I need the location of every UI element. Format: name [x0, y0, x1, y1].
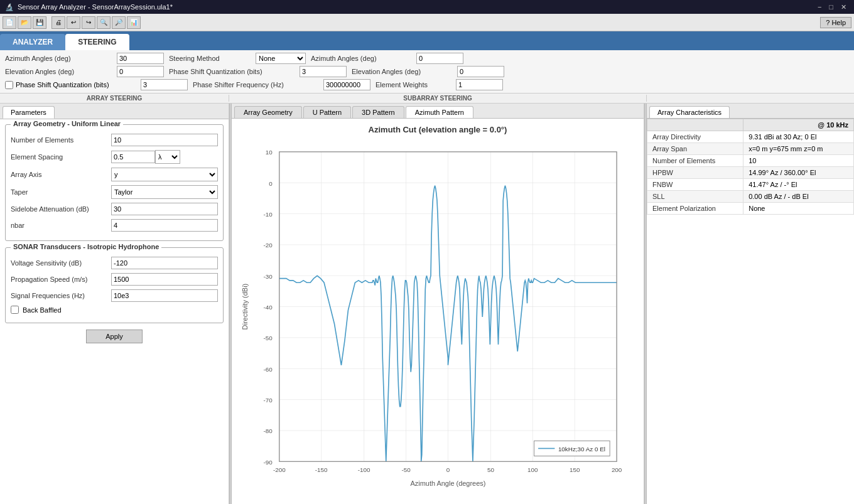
svg-text:10kHz;30 Az 0 El: 10kHz;30 Az 0 El	[558, 446, 605, 453]
plot-title: Azimuth Cut (elevation angle = 0.0°)	[369, 125, 507, 134]
steering-method-label: Steering Method	[169, 55, 251, 62]
char-name: HPBW	[647, 167, 743, 179]
svg-text:Azimuth Angle (degrees): Azimuth Angle (degrees)	[410, 480, 485, 487]
signal-frequencies-input[interactable]	[111, 289, 218, 302]
table-row: Element PolarizationNone	[647, 203, 854, 215]
plot-container: 10 0 -10 -20 -30 -40 -50 -60 -70 -80 -90…	[238, 139, 637, 504]
svg-text:-60: -60	[264, 366, 273, 373]
table-row: Array Spanx=0 m y=675 mm z=0 m	[647, 143, 854, 155]
element-weights-label: Element Weights	[376, 81, 451, 88]
left-panel-tabs: Parameters	[0, 104, 229, 119]
sub-elevation-label: Elevation Angles (deg)	[352, 68, 452, 75]
element-spacing-row: Element Spacing λ m	[11, 150, 218, 164]
taper-select[interactable]: Taylor None Chebyshev	[111, 185, 218, 199]
params-row-2: Elevation Angles (deg) Phase Shift Quant…	[5, 66, 849, 77]
sub-azimuth-input[interactable]	[416, 53, 463, 64]
svg-text:-50: -50	[401, 466, 411, 473]
char-value: 41.47° Az / -° El	[743, 179, 854, 191]
svg-text:10: 10	[266, 149, 273, 156]
undo-button[interactable]: ↩	[67, 16, 80, 29]
array-geometry-title: Array Geometry - Uniform Linear	[11, 120, 123, 127]
maximize-button[interactable]: □	[826, 3, 836, 11]
close-button[interactable]: ✕	[838, 3, 849, 11]
sub-azimuth-label: Azimuth Angles (deg)	[311, 55, 411, 62]
title-bar: 🔬 Sensor Array Analyzer - SensorArraySes…	[0, 0, 854, 14]
char-value: 14.99° Az / 360.00° El	[743, 167, 854, 179]
svg-text:-20: -20	[264, 242, 273, 249]
voltage-sensitivity-input[interactable]	[111, 257, 218, 269]
open-button[interactable]: 📂	[18, 16, 31, 29]
sidelobe-atten-input[interactable]	[111, 203, 218, 215]
zoom-in-button[interactable]: 🔍	[97, 16, 111, 29]
tab-array-geometry[interactable]: Array Geometry	[234, 106, 302, 118]
svg-text:150: 150	[570, 466, 580, 473]
phase-shift-quant-input[interactable]	[300, 66, 347, 77]
char-name: SLL	[647, 191, 743, 203]
tab-array-characteristics[interactable]: Array Characteristics	[649, 106, 730, 118]
array-axis-select[interactable]: y x z	[111, 168, 218, 181]
center-panel: Array Geometry U Pattern 3D Pattern Azim…	[232, 104, 644, 504]
propagation-speed-label: Propagation Speed (m/s)	[11, 276, 111, 283]
svg-text:50: 50	[487, 466, 494, 473]
phase-shift-checkbox-label: Phase Shift Quantization (bits)	[16, 81, 109, 88]
phase-shifter-freq-input[interactable]	[323, 79, 370, 90]
phase-shift-quant-label: Phase Shift Quantization (bits)	[169, 68, 295, 75]
num-elements-input[interactable]	[111, 134, 218, 146]
svg-text:0: 0	[446, 466, 450, 473]
separator1	[48, 16, 50, 29]
char-name: FNBW	[647, 179, 743, 191]
print-button[interactable]: 🖨	[51, 16, 65, 29]
element-spacing-input[interactable]	[111, 151, 155, 163]
new-button[interactable]: 📄	[3, 16, 16, 29]
apply-button[interactable]: Apply	[86, 330, 143, 343]
table-row: Array Directivity9.31 dBi at 30 Az; 0 El	[647, 131, 854, 143]
export-button[interactable]: 📊	[127, 16, 141, 29]
svg-text:-90: -90	[264, 459, 273, 466]
params-row-3: Phase Shift Quantization (bits) Phase Sh…	[5, 79, 849, 90]
section-headers: ARRAY STEERING SUBARRAY STEERING	[0, 94, 854, 104]
char-value: 10	[743, 155, 854, 167]
propagation-speed-input[interactable]	[111, 273, 218, 286]
element-spacing-unit[interactable]: λ m	[155, 150, 180, 164]
tab-azimuth-pattern[interactable]: Azimuth Pattern	[406, 106, 473, 118]
tab-3d-pattern[interactable]: 3D Pattern	[352, 106, 404, 118]
char-value: None	[743, 203, 854, 215]
phase-shifter-freq-label: Phase Shifter Frequency (Hz)	[193, 81, 318, 88]
tab-analyzer[interactable]: ANALYZER	[0, 34, 65, 50]
minimize-button[interactable]: −	[815, 3, 824, 11]
char-header-freq: @ 10 kHz	[743, 119, 854, 131]
voltage-sensitivity-row: Voltage Sensitivity (dB)	[11, 257, 218, 269]
redo-button[interactable]: ↪	[82, 16, 95, 29]
parameters-tab[interactable]: Parameters	[3, 106, 55, 119]
phase-shift-bits-input[interactable]	[141, 79, 188, 90]
taper-label: Taper	[11, 188, 111, 196]
back-baffled-checkbox[interactable]	[11, 306, 19, 314]
char-name: Element Polarization	[647, 203, 743, 215]
phase-shift-checkbox[interactable]	[5, 81, 13, 89]
save-button[interactable]: 💾	[33, 16, 46, 29]
propagation-speed-row: Propagation Speed (m/s)	[11, 273, 218, 286]
svg-text:100: 100	[527, 466, 538, 473]
nbar-input[interactable]	[111, 219, 218, 232]
sonar-transducers-group: SONAR Transducers - Isotropic Hydrophone…	[5, 247, 224, 323]
char-value: x=0 m y=675 mm z=0 m	[743, 143, 854, 155]
sub-elevation-input[interactable]	[457, 66, 504, 77]
svg-text:-50: -50	[264, 335, 273, 341]
array-geometry-group: Array Geometry - Uniform Linear Number o…	[5, 124, 224, 241]
tab-steering[interactable]: STEERING	[65, 34, 129, 50]
tab-u-pattern[interactable]: U Pattern	[303, 106, 351, 118]
steering-method-select[interactable]: None	[256, 53, 306, 64]
element-weights-input[interactable]	[456, 79, 503, 90]
zoom-out-button[interactable]: 🔎	[112, 16, 126, 29]
svg-text:-100: -100	[358, 466, 370, 473]
azimuth-angles-input[interactable]	[117, 53, 164, 64]
array-steering-section: ARRAY STEERING	[0, 95, 229, 102]
help-button[interactable]: ? Help	[820, 17, 851, 28]
array-axis-label: Array Axis	[11, 171, 111, 178]
left-panel: Parameters Array Geometry - Uniform Line…	[0, 104, 229, 504]
azimuth-plot-svg: 10 0 -10 -20 -30 -40 -50 -60 -70 -80 -90…	[238, 139, 637, 504]
taper-row: Taper Taylor None Chebyshev	[11, 185, 218, 199]
app-title: Sensor Array Analyzer - SensorArraySessi…	[18, 3, 173, 11]
elevation-angles-input[interactable]	[117, 66, 164, 77]
svg-text:0: 0	[269, 180, 273, 187]
